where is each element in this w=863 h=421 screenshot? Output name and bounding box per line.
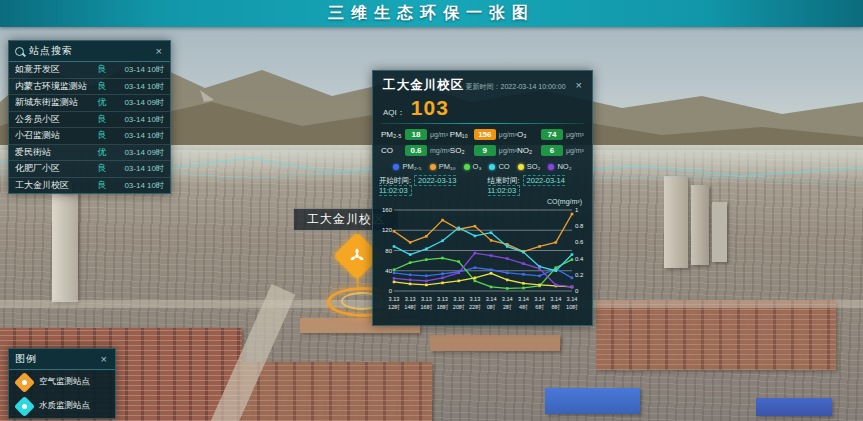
building	[52, 190, 78, 302]
legend-dot	[518, 164, 524, 170]
station-grade: 良	[92, 113, 112, 126]
station-list-panel: 站点搜索 × 如意开发区良03-14 10时内蒙古环境监测站良03-14 10时…	[8, 40, 171, 194]
start-time: 开始时间:2022-03-13 11:02:03	[379, 176, 478, 195]
legend-item[interactable]: CO	[489, 162, 509, 171]
svg-text:14时: 14时	[404, 304, 416, 310]
legend-dot	[430, 164, 436, 170]
building	[712, 202, 727, 262]
legend-row[interactable]: 水质监测站点	[9, 394, 115, 418]
pollutant-name: O₃	[517, 130, 541, 139]
building-block	[242, 362, 432, 421]
aqi-value: 103	[411, 96, 449, 120]
station-row[interactable]: 化肥厂小区良03-14 10时	[9, 161, 170, 178]
station-update-time: 03-14 10时	[112, 114, 164, 125]
svg-text:160: 160	[382, 207, 393, 213]
legend-dot	[464, 164, 470, 170]
building-blue-roof	[756, 398, 832, 416]
pollutant-reading: NO₂6μg/m³	[517, 145, 584, 156]
svg-text:80: 80	[385, 248, 392, 254]
pollutant-reading: CO0.6mg/m³	[381, 145, 450, 156]
legend-dot	[393, 164, 399, 170]
station-grade: 良	[92, 179, 112, 192]
search-icon	[15, 47, 24, 56]
svg-text:1: 1	[575, 207, 579, 213]
station-update-time: 03-14 10时	[112, 180, 164, 191]
station-grade: 优	[92, 146, 112, 159]
start-time-label: 开始时间:	[379, 176, 411, 185]
legend-item[interactable]: PM₁₀	[430, 162, 456, 171]
svg-text:0.4: 0.4	[575, 256, 584, 262]
svg-text:3.13: 3.13	[437, 296, 448, 302]
aqi-row: AQI： 103	[373, 96, 592, 120]
svg-text:6时: 6时	[535, 304, 544, 310]
legend-row-label: 空气监测站点	[39, 376, 90, 388]
station-grade: 良	[92, 63, 112, 76]
legend-item[interactable]: SO₂	[518, 162, 541, 171]
legend-row[interactable]: 空气监测站点	[9, 370, 115, 394]
legend-item[interactable]: NO₂	[548, 162, 571, 171]
map-scene[interactable]: 三维生态环保一张图 站点搜索 × 如意开发区良03-14 10时内蒙古环境监测站…	[0, 0, 863, 421]
svg-text:0.8: 0.8	[575, 223, 584, 229]
pollutant-value: 156	[474, 129, 496, 140]
svg-text:3.14: 3.14	[534, 296, 545, 302]
svg-text:4时: 4时	[519, 304, 528, 310]
svg-text:3.14: 3.14	[502, 296, 513, 302]
legend-item[interactable]: PM₂.₅	[393, 162, 421, 171]
station-row[interactable]: 内蒙古环境监测站良03-14 10时	[9, 79, 170, 96]
legend-close-icon[interactable]: ×	[99, 354, 109, 365]
chart-legend: PM₂.₅PM₁₀O₃COSO₂NO₂	[373, 158, 592, 173]
update-value: 2022-03-14 10:00:00	[501, 83, 566, 90]
station-name: 内蒙古环境监测站	[15, 80, 92, 93]
legend-items: 空气监测站点水质监测站点	[9, 370, 115, 418]
svg-text:3.14: 3.14	[518, 296, 529, 302]
pollutant-unit: μg/m³	[499, 131, 517, 138]
station-grade: 良	[92, 129, 112, 142]
pinwheel-icon	[347, 246, 367, 266]
legend-item[interactable]: O₃	[464, 162, 482, 171]
popup-close-icon[interactable]: ×	[574, 80, 584, 91]
station-row[interactable]: 小召监测站良03-14 10时	[9, 128, 170, 145]
pollutant-reading: O₃74μg/m³	[517, 129, 584, 140]
pollutant-unit: μg/m³	[566, 131, 584, 138]
svg-text:12时: 12时	[388, 304, 400, 310]
svg-text:10时: 10时	[566, 304, 578, 310]
station-row[interactable]: 新城东街监测站优03-14 09时	[9, 95, 170, 112]
svg-text:8时: 8时	[551, 304, 560, 310]
svg-text:40: 40	[385, 268, 392, 274]
pollutant-unit: μg/m³	[499, 147, 517, 154]
pollutant-grid: PM₂.₅18μg/m³PM₁₀156μg/m³O₃74μg/m³CO0.6mg…	[373, 127, 592, 158]
pollutant-name: PM₁₀	[450, 130, 474, 139]
station-name: 如意开发区	[15, 63, 92, 76]
pollutant-reading: SO₂9μg/m³	[450, 145, 517, 156]
aqi-label: AQI：	[383, 107, 405, 118]
page-title: 三维生态环保一张图	[328, 3, 535, 24]
svg-text:0.2: 0.2	[575, 272, 584, 278]
station-row[interactable]: 爱民街站优03-14 09时	[9, 145, 170, 162]
station-update-time: 03-14 09时	[112, 147, 164, 158]
legend-marker-icon	[14, 371, 35, 392]
svg-text:0: 0	[575, 288, 579, 294]
legend-label: O₃	[473, 162, 482, 171]
svg-text:3.13: 3.13	[405, 296, 416, 302]
end-time: 结束时间:2022-03-14 11:02:03	[488, 176, 587, 195]
pollutant-value: 74	[541, 129, 563, 140]
pollutant-unit: μg/m³	[566, 147, 584, 154]
station-row[interactable]: 如意开发区良03-14 10时	[9, 62, 170, 79]
close-icon[interactable]: ×	[154, 46, 164, 57]
building	[691, 185, 709, 265]
legend-marker-icon	[14, 395, 35, 416]
station-name: 小召监测站	[15, 129, 92, 142]
pollutant-value: 9	[474, 145, 496, 156]
station-row[interactable]: 工大金川校区良03-14 10时	[9, 178, 170, 194]
station-name: 公务员小区	[15, 113, 92, 126]
popup-update-time: 更新时间：2022-03-14 10:00:00	[464, 82, 566, 92]
pollutant-name: SO₂	[450, 146, 474, 155]
popup-header: 工大金川校区 更新时间：2022-03-14 10:00:00 ×	[373, 71, 592, 96]
svg-text:3.13: 3.13	[469, 296, 480, 302]
station-row[interactable]: 公务员小区良03-14 10时	[9, 112, 170, 129]
time-range-row: 开始时间:2022-03-13 11:02:03 结束时间:2022-03-14…	[373, 173, 592, 196]
legend-label: PM₂.₅	[402, 162, 421, 171]
pollutant-name: NO₂	[517, 146, 541, 155]
svg-text:16时: 16时	[420, 304, 432, 310]
svg-text:0: 0	[389, 288, 393, 294]
